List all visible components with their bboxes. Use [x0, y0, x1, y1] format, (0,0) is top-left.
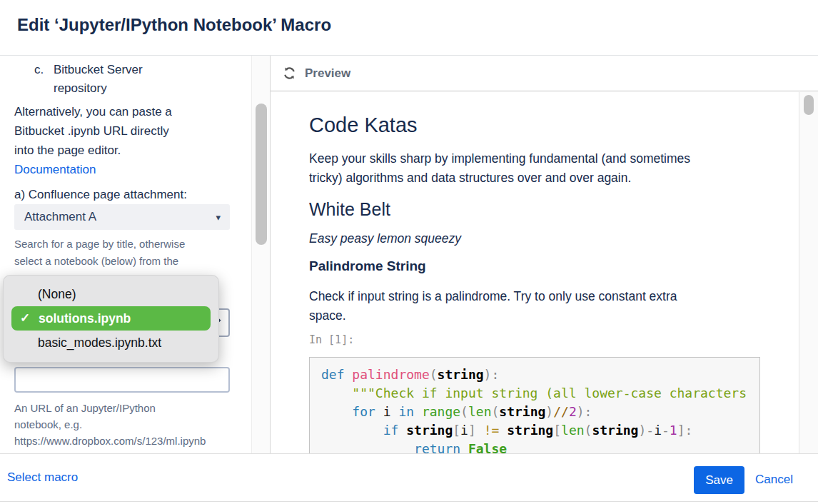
attachment-select[interactable]: Attachment A ▾ — [14, 204, 230, 230]
dropdown-item[interactable]: (None) — [4, 282, 218, 306]
code-line: return False — [321, 440, 759, 453]
select-macro-link[interactable]: Select macro — [7, 470, 78, 485]
dialog-footer: Select macro Save Cancel — [0, 453, 818, 502]
dialog-title: Edit ‘Jupyter/IPython Notebook’ Macro — [17, 15, 331, 35]
attachment-field-label: a) Confluence page attachment: — [14, 185, 251, 204]
url-help-text: An URL of an Jupyter/IPython notebook, e… — [14, 400, 251, 449]
refresh-preview-icon[interactable] — [283, 66, 296, 80]
instruction-list-item: c. Bitbucket Server repository — [34, 61, 251, 98]
dropdown-item[interactable]: basic_modes.ipynb.txt — [4, 331, 218, 355]
preview-panel: Preview Code Katas Keep your skills shar… — [270, 56, 818, 453]
attachment-select-value: Attachment A — [24, 210, 96, 224]
alternative-paste-text: Alternatively, you can paste a Bitbucket… — [14, 102, 251, 160]
check-icon: ✓ — [11, 306, 39, 331]
preview-scrollbar-thumb[interactable] — [804, 95, 814, 115]
dropdown-item-label: solutions.ipynb — [39, 306, 131, 331]
notebook-intro: Keep your skills sharp by implementing f… — [309, 149, 798, 188]
code-cell: def palindrome(string): """Check if inpu… — [309, 357, 760, 453]
code-line: if string[i] != string[len(string)-i-1]: — [321, 421, 759, 440]
notebook-title: Code Katas — [309, 112, 798, 138]
macro-params-panel: c. Bitbucket Server repository Alternati… — [0, 56, 251, 453]
code-line: for i in range(len(string)//2): — [321, 403, 759, 421]
notebook-section-heading: White Belt — [309, 198, 798, 221]
list-item-text: Bitbucket Server repository — [54, 61, 143, 98]
code-line: """Check if input string (all lower-case… — [321, 384, 759, 403]
notebook-subtitle: Easy peasy lemon squeezy — [309, 230, 798, 247]
notebook-description: Check if input string is a palindrome. T… — [309, 287, 798, 326]
code-line: def palindrome(string): — [321, 366, 759, 384]
attachment-dropdown-popup: (None)✓solutions.ipynbbasic_modes.ipynb.… — [3, 275, 219, 363]
notebook-url-input[interactable] — [14, 367, 230, 393]
dropdown-item-label: (None) — [38, 287, 76, 301]
chevron-down-icon: ▾ — [216, 212, 221, 223]
notebook-subsection-heading: Palindrome String — [309, 258, 798, 275]
dropdown-item-label: basic_modes.ipynb.txt — [38, 336, 161, 350]
dropdown-item-selected[interactable]: ✓solutions.ipynb — [11, 306, 211, 331]
save-button[interactable]: Save — [694, 466, 744, 494]
preview-label: Preview — [305, 66, 350, 81]
preview-header: Preview — [271, 56, 818, 91]
preview-scrollbar-track[interactable] — [799, 92, 818, 453]
left-panel-scrollbar-thumb[interactable] — [256, 104, 267, 245]
cell-input-prompt: In [1]: — [309, 333, 798, 347]
preview-content: Code Katas Keep your skills sharp by imp… — [271, 92, 798, 453]
documentation-link[interactable]: Documentation — [14, 160, 251, 179]
cancel-link[interactable]: Cancel — [755, 473, 793, 487]
list-marker: c. — [34, 61, 54, 98]
left-panel-scrollbar-track[interactable] — [251, 56, 270, 453]
